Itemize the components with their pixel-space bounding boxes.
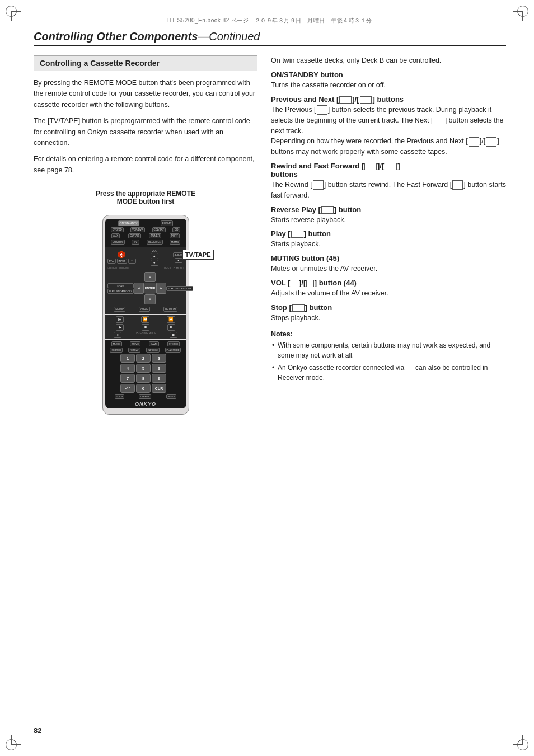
num5-btn[interactable]: 5	[136, 364, 151, 373]
game-btn[interactable]: GAME	[149, 341, 159, 346]
nav-section: SP A/B PLAYLIST/CATEGORY ▲ ◄ ENTER ►	[107, 271, 184, 306]
prev-next-title: Previous and Next [ ]/[ ] buttons	[271, 95, 506, 104]
vol-transport-row: ⏻ TV▲ INPUT ▼ VOL ▲	[107, 249, 184, 266]
display-btn[interactable]: DISPLAY	[161, 220, 174, 226]
page-header: Controlling Other Components—Continued	[34, 30, 506, 46]
tv-btn[interactable]: TV	[132, 240, 139, 245]
input-btn[interactable]: INPUT	[117, 259, 127, 264]
guide-label: GUIDE/TOP MENU	[107, 267, 129, 270]
btn-row-source: DVD/BD VCR/DVR CBL/SAT CD	[107, 227, 184, 232]
muting-title: MUTING button (45)	[271, 254, 506, 262]
stop-btn[interactable]: ■	[142, 324, 149, 331]
next-bracket	[360, 96, 372, 104]
content-area: Controlling a Cassette Recorder By press…	[34, 55, 506, 415]
random-btn[interactable]: RANDOM	[146, 348, 160, 353]
receiver-btn[interactable]: RECEIVER	[147, 240, 163, 245]
tuner-btn[interactable]: TUNER	[149, 233, 161, 238]
num9-btn[interactable]: 9	[152, 374, 166, 383]
corner-bracket-bl	[11, 735, 21, 745]
port-btn[interactable]: PORT	[170, 233, 180, 238]
ff-btn[interactable]: ⏩	[167, 316, 175, 323]
setup-btn[interactable]: SETUP	[114, 307, 125, 312]
sp-ab-btn[interactable]: SP A/B	[107, 283, 134, 288]
setup-audio-row: SETUP AUDIO RETURN	[107, 307, 184, 312]
dvd-bd-btn[interactable]: DVD/BD	[111, 227, 124, 232]
left-para3: For details on entering a remote control…	[34, 154, 257, 176]
onkyo-logo: ONKYO	[107, 401, 184, 407]
cd-btn[interactable]: CD	[172, 227, 180, 232]
play-btn[interactable]: ▶	[116, 324, 124, 331]
nav-right-btn[interactable]: ►	[156, 283, 166, 294]
on-standby-btn[interactable]: ON/STANDBY	[118, 220, 139, 226]
tv-ch-btn[interactable]: ▼	[128, 259, 136, 264]
muting-btn[interactable]: M/TMG	[170, 240, 180, 245]
num2-btn[interactable]: 2	[136, 354, 151, 363]
title-continued: —Continued	[198, 30, 260, 43]
aux-btn[interactable]: AUX	[111, 233, 120, 238]
dimmer-btn[interactable]: DIMMER	[139, 394, 151, 399]
repeat-btn[interactable]: REPEAT	[128, 348, 140, 353]
stop2-btn[interactable]: ■	[170, 332, 177, 338]
transport-section: ⏮ ⏪ ⏩ ▶ ■ ⏸ II	[105, 315, 186, 339]
nav-down-btn[interactable]: ▼	[144, 294, 156, 304]
ii-btn[interactable]: II	[114, 332, 121, 338]
vcr-dvr-btn[interactable]: VCR/DVR	[130, 227, 145, 232]
cbl-sat-btn[interactable]: CBL/SAT	[152, 227, 166, 232]
nav-up-btn[interactable]: ▲	[144, 272, 156, 282]
corner-bracket-tr	[513, 11, 523, 21]
vol-up-btn[interactable]: ▲	[151, 253, 158, 259]
on-standby-title: ON/STANDBY button	[271, 71, 506, 79]
pause-btn[interactable]: ⏸	[167, 324, 175, 331]
play-mode-btn[interactable]: PLAY MODE	[165, 348, 181, 353]
num4-btn[interactable]: 4	[120, 364, 135, 373]
nav-enter-btn[interactable]: ENTER	[144, 283, 156, 294]
stereo-btn[interactable]: STEREO	[167, 341, 180, 346]
rewind-btn[interactable]: ⏪	[141, 316, 149, 323]
search-btn[interactable]: SEARCH	[110, 348, 123, 353]
album-down-btn[interactable]: ▼	[175, 258, 182, 263]
note-item-1: With some components, certain buttons ma…	[271, 340, 506, 360]
audio-btn[interactable]: AUDIO	[139, 307, 150, 312]
num1-btn[interactable]: 1	[120, 354, 135, 363]
vol-label: VOL	[152, 249, 157, 252]
tv-vol-btn[interactable]: TV▲	[107, 259, 116, 264]
left-para1: By pressing the REMOTE MODE button that'…	[34, 78, 257, 110]
section-title: Controlling a Cassette Recorder	[40, 59, 160, 68]
page-title: Controlling Other Components—Continued	[34, 30, 260, 43]
sleep-btn[interactable]: SLEEP	[166, 394, 177, 399]
num3-btn[interactable]: 3	[152, 354, 166, 363]
playlist-cat-right-btn[interactable]: PLAYLIST/CATEGORY	[166, 286, 193, 291]
remote-container: Press the appropriate REMOTE MODE button…	[34, 181, 257, 415]
guide-row: GUIDE/TOP MENU PREV CH MONO	[107, 267, 184, 270]
vol-down-btn[interactable]: ▼	[151, 260, 158, 266]
return-btn[interactable]: RETURN	[163, 307, 177, 312]
num-10-btn[interactable]: +10	[120, 384, 135, 393]
music-btn[interactable]: MUSIC	[111, 341, 122, 346]
play-title: Play [ ] button	[271, 229, 506, 238]
playlist-cat-btn[interactable]: PLAYLIST/CATEGORY	[107, 289, 134, 294]
custom-btn[interactable]: CUSTOM	[111, 240, 125, 245]
guitar-btn[interactable]: GUITAR	[128, 233, 141, 238]
transport-row2: ▶ ■ ⏸	[107, 324, 184, 331]
num6-btn[interactable]: 6	[152, 364, 166, 373]
nav-cross: ▲ ◄ ENTER ► ▼	[134, 272, 166, 304]
movie-btn[interactable]: MOVIE	[130, 341, 140, 346]
remote-middle: ⏻ TV▲ INPUT ▼ VOL ▲	[105, 247, 186, 314]
left-para2: The [TV/TAPE] button is preprogrammed wi…	[34, 116, 257, 148]
remote-wrapper: ON/STANDBY DISPLAY DVD/BD VCR/DVR CBL/SA…	[102, 215, 189, 415]
callout-box: Press the appropriate REMOTE MODE button…	[87, 186, 204, 209]
clr-btn[interactable]: CLR	[152, 384, 166, 393]
vol-section: VOL ▲ ▼	[151, 249, 158, 266]
num7-btn[interactable]: 7	[120, 374, 135, 383]
nav-left-btn[interactable]: ◄	[134, 283, 144, 294]
prev-btn[interactable]: ⏮	[116, 316, 124, 323]
muting-desc: Mutes or unmutes the AV receiver.	[271, 264, 506, 274]
header-meta: HT-S5200_En.book 82 ページ ２０９年３月９日 月曜日 午後４…	[34, 17, 506, 25]
num8-btn[interactable]: 8	[136, 374, 151, 383]
num0-btn[interactable]: 0	[136, 384, 151, 393]
power-btn[interactable]: ⏻	[118, 251, 125, 258]
right-nav-btns: PLAYLIST/CATEGORY	[166, 286, 193, 291]
prev-ch-label: PREV CH MONO	[164, 267, 184, 270]
5-1-btn[interactable]: 5.1CH	[115, 394, 124, 399]
number-grid: 1 2 3 4 5 6 7 8 9 +10 0	[120, 354, 171, 393]
